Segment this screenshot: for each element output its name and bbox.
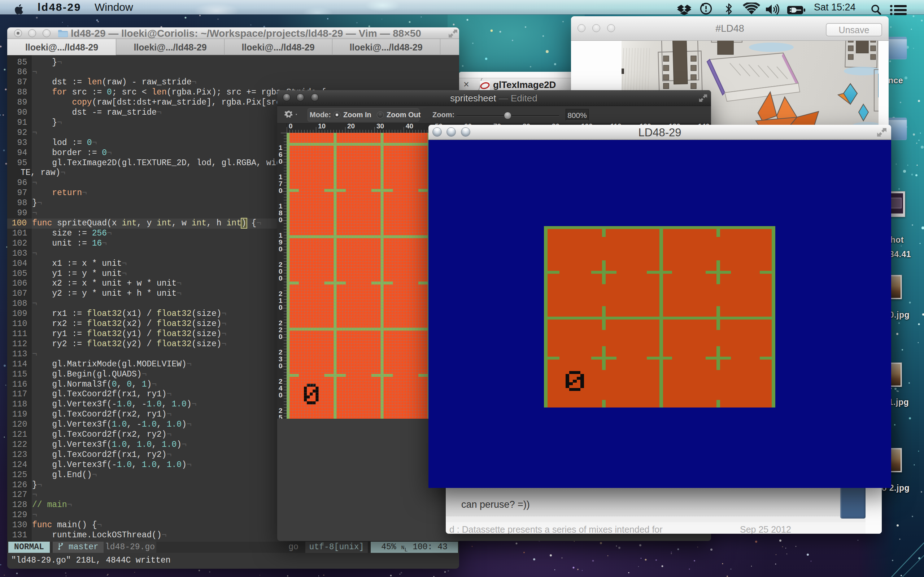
svg-text:0: 0 — [279, 362, 283, 370]
svg-text:1: 1 — [279, 232, 283, 239]
svg-text:2: 2 — [279, 261, 283, 268]
svg-text:6: 6 — [279, 151, 283, 158]
svg-text:2: 2 — [279, 348, 283, 356]
svg-text:2: 2 — [279, 319, 283, 327]
svg-text:20: 20 — [347, 123, 355, 130]
svg-text:2: 2 — [279, 290, 283, 298]
svg-text:1: 1 — [279, 297, 283, 305]
svg-text:40: 40 — [406, 123, 413, 130]
svg-text:1: 1 — [279, 144, 283, 152]
svg-text:10: 10 — [318, 123, 326, 130]
svg-text:0: 0 — [279, 304, 283, 311]
svg-text:0: 0 — [279, 333, 283, 340]
svg-text:0: 0 — [279, 216, 283, 224]
svg-text:1: 1 — [279, 173, 283, 181]
svg-text:3: 3 — [279, 355, 283, 363]
svg-text:5: 5 — [279, 414, 283, 419]
svg-text:0: 0 — [279, 268, 283, 275]
svg-text:1: 1 — [279, 202, 283, 210]
svg-text:9: 9 — [279, 239, 283, 246]
svg-text:0: 0 — [279, 245, 283, 253]
svg-text:7: 7 — [279, 180, 283, 187]
svg-text:0: 0 — [289, 123, 293, 130]
svg-text:8: 8 — [279, 209, 283, 217]
svg-text:4: 4 — [279, 384, 283, 392]
svg-text:0: 0 — [279, 158, 283, 165]
svg-text:2: 2 — [279, 326, 283, 334]
svg-text:0: 0 — [279, 187, 283, 194]
svg-text:30: 30 — [376, 123, 384, 130]
svg-text:0: 0 — [279, 274, 283, 282]
svg-text:2: 2 — [279, 407, 283, 414]
svg-text:0: 0 — [279, 391, 283, 399]
svg-text:2: 2 — [279, 377, 283, 385]
